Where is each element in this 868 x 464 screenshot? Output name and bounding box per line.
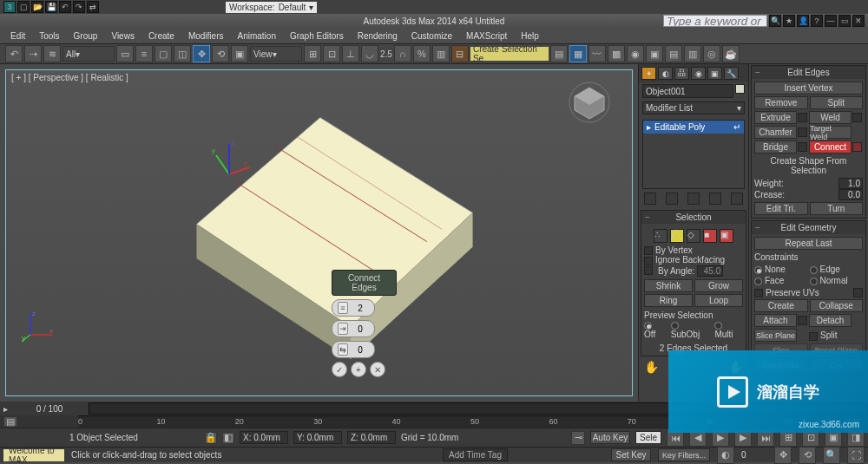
ring-button[interactable]: Ring <box>644 294 693 307</box>
open-icon[interactable]: 📂 <box>31 1 43 13</box>
menu-customize[interactable]: Customize <box>406 29 457 42</box>
render-setup-icon[interactable]: ▣ <box>646 45 663 62</box>
slide-input[interactable] <box>352 345 369 355</box>
create-button[interactable]: Create <box>754 299 808 312</box>
preview-subobj-radio[interactable] <box>671 322 679 330</box>
cancel-button[interactable]: ✕ <box>370 362 385 377</box>
select-button[interactable]: ▭ <box>116 45 134 62</box>
remove-button[interactable]: Remove <box>754 96 808 109</box>
vertex-subobj-icon[interactable]: ∴ <box>654 229 667 243</box>
menu-group[interactable]: Group <box>69 29 103 42</box>
signin-icon[interactable]: 👤 <box>797 15 809 27</box>
help-search-input[interactable] <box>663 15 767 27</box>
mirror-button[interactable]: ▥ <box>432 45 450 62</box>
curve-editor-icon[interactable]: 〰 <box>589 45 606 62</box>
backfacing-checkbox[interactable] <box>644 257 653 265</box>
material-editor-icon[interactable]: ◉ <box>627 45 644 62</box>
vp-nav7-icon[interactable]: 🔍 <box>823 447 840 464</box>
edit-tri-button[interactable]: Edit Tri. <box>754 202 808 215</box>
utilities-tab-icon[interactable]: 🔧 <box>724 67 739 80</box>
layer-button[interactable]: ▤ <box>550 45 568 62</box>
motion-tab-icon[interactable]: ◉ <box>691 67 706 80</box>
vp-nav8-icon[interactable]: ⛶ <box>847 447 865 464</box>
preview-multi-radio[interactable] <box>714 322 722 330</box>
viewport-perspective[interactable]: [ + ] [ Perspective ] [ Realistic ] <box>5 69 633 396</box>
rect-select-icon[interactable]: ▢ <box>155 45 172 62</box>
border-subobj-icon[interactable]: ◇ <box>687 229 700 243</box>
time-slider-arrow[interactable]: ▸ <box>0 404 10 414</box>
menu-create[interactable]: Create <box>143 29 180 42</box>
pin-stack-icon[interactable] <box>644 193 656 205</box>
menu-views[interactable]: Views <box>106 29 140 42</box>
angle-value-input[interactable]: 45.0 <box>697 265 723 277</box>
modifier-stack[interactable]: ▸ Editable Poly ↵ <box>642 120 745 189</box>
coord-x[interactable]: X: 0.0mm <box>240 431 288 444</box>
vp-nav6-icon[interactable]: ⟲ <box>799 447 816 464</box>
spinner-snap-icon[interactable]: % <box>413 45 431 62</box>
viewcube[interactable] <box>568 81 611 124</box>
pinch-input[interactable] <box>352 324 369 334</box>
remove-mod-icon[interactable] <box>709 193 721 205</box>
menu-modifiers[interactable]: Modifiers <box>183 29 229 42</box>
modifier-list-dropdown[interactable]: Modifier List▾ <box>642 101 745 114</box>
menu-rendering[interactable]: Rendering <box>352 29 403 42</box>
weld-settings-icon[interactable] <box>852 113 862 122</box>
split-checkbox[interactable] <box>809 332 818 341</box>
grow-button[interactable]: Grow <box>694 279 743 292</box>
return-icon[interactable]: ↵ <box>733 122 740 132</box>
refcoord-dropdown[interactable]: View▾ <box>250 46 302 62</box>
edit-edges-header[interactable]: Edit Edges <box>752 66 865 79</box>
preserve-uv-checkbox[interactable] <box>754 289 763 297</box>
hand-icon[interactable]: ✋ <box>644 360 659 374</box>
frame-input[interactable]: 0 <box>741 450 767 460</box>
selection-filter-dropdown[interactable]: All▾ <box>62 46 115 62</box>
named-selset-icon[interactable]: ⊟ <box>451 45 469 62</box>
expand-icon[interactable]: ▸ <box>647 122 651 132</box>
configure-icon[interactable] <box>731 193 743 205</box>
scale-button[interactable]: ▣ <box>231 45 248 62</box>
ok-button[interactable]: ✓ <box>332 362 347 377</box>
connect-settings-icon[interactable] <box>852 142 862 152</box>
polygon-subobj-icon[interactable]: ■ <box>703 229 717 243</box>
binoculars-icon[interactable]: 🔍 <box>769 15 781 27</box>
element-subobj-icon[interactable]: ▣ <box>720 229 733 243</box>
menu-help[interactable]: Help <box>516 29 544 42</box>
link-icon[interactable]: ⇄ <box>87 1 99 13</box>
schematic-icon[interactable]: ▩ <box>608 45 625 62</box>
constraint-normal-radio[interactable] <box>810 278 818 285</box>
render-icon[interactable]: ▥ <box>684 45 701 62</box>
chamfer-settings-icon[interactable] <box>798 127 807 137</box>
window-crossing-icon[interactable]: ◫ <box>174 45 191 62</box>
segments-input[interactable] <box>352 304 369 313</box>
turn-button[interactable]: Turn <box>810 202 864 215</box>
crease-spinner[interactable]: 0.0 <box>838 189 863 200</box>
detach-button[interactable]: Detach <box>809 314 852 327</box>
snap-button[interactable]: ⊥ <box>342 45 359 62</box>
rotate-button[interactable]: ⟲ <box>212 45 229 62</box>
edge-subobj-icon[interactable]: ╱ <box>670 229 684 243</box>
byvertex-checkbox[interactable] <box>644 246 653 255</box>
workspace-dropdown[interactable]: Workspace: Default▾ <box>226 2 317 13</box>
create-tab-icon[interactable]: ✦ <box>641 67 656 80</box>
manip-button[interactable]: ⊡ <box>323 45 340 62</box>
weight-spinner[interactable]: 1.0 <box>838 178 863 189</box>
constraint-none-radio[interactable] <box>754 266 762 274</box>
byangle-checkbox[interactable] <box>644 266 653 275</box>
insert-vertex-button[interactable]: Insert Vertex <box>754 82 863 95</box>
undo-button[interactable]: ↶ <box>5 45 23 62</box>
preserve-uv-settings-icon[interactable] <box>853 288 863 297</box>
graph-button[interactable]: ▦ <box>569 45 587 62</box>
save-icon[interactable]: 💾 <box>45 1 57 13</box>
target-weld-button[interactable]: Target Weld <box>809 126 852 139</box>
constraint-edge-radio[interactable] <box>810 266 818 274</box>
loop-button[interactable]: Loop <box>694 294 743 307</box>
teapot-render-icon[interactable]: ☕ <box>722 45 740 62</box>
slide-spinner[interactable]: ⇆ <box>332 341 375 358</box>
move-gizmo[interactable]: x y z <box>207 140 251 183</box>
selection-rollout-header[interactable]: Selection <box>641 211 746 224</box>
bridge-button[interactable]: Bridge <box>754 141 797 154</box>
exchange-icon[interactable]: ★ <box>783 15 795 27</box>
key-icon[interactable]: ⊸ <box>571 431 585 445</box>
setkey-button[interactable]: Set Key <box>611 448 651 461</box>
close-icon[interactable]: ✕ <box>852 15 865 27</box>
